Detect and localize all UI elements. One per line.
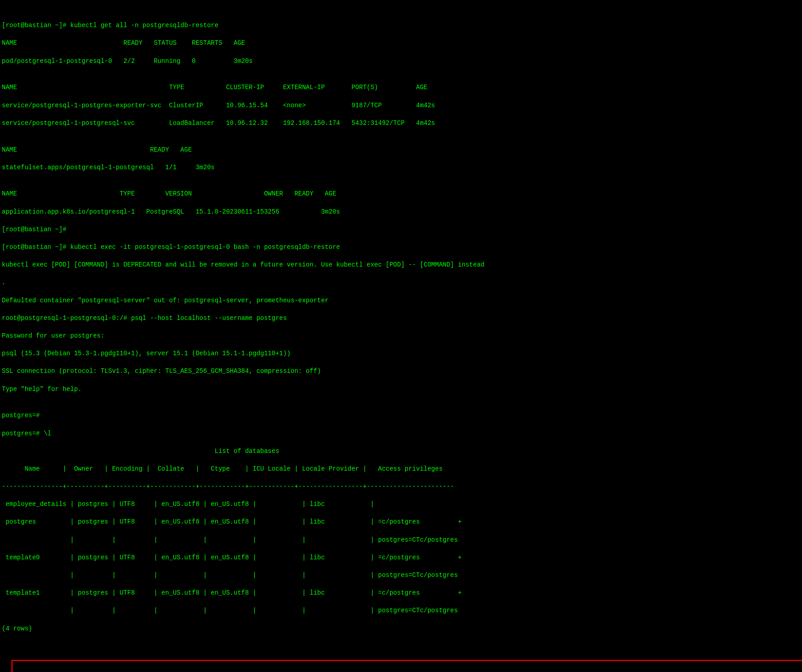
terminal-line: [root@bastian ~]# (2, 225, 800, 234)
terminal-line: | | | | | | | postgres=CTc/postgres (2, 606, 800, 615)
terminal-line (2, 137, 800, 146)
terminal-line: (4 rows) (2, 624, 800, 634)
terminal-output-before: [root@bastian ~]# kubectl get all -n pos… (2, 21, 800, 651)
terminal-line: SSL connection (protocol: TLSv1.3, ciphe… (2, 367, 800, 376)
terminal-line: template1 | postgres | UTF8 | en_US.utf8… (2, 589, 800, 598)
terminal-line: service/postgresql-1-postgres-exporter-s… (2, 101, 800, 110)
terminal-line: NAME TYPE CLUSTER-IP EXTERNAL-IP PORT(S)… (2, 83, 800, 92)
highlighted-block: postgres=# \c employee_details psql (15.… (11, 660, 802, 672)
terminal-line: NAME TYPE VERSION OWNER READY AGE (2, 190, 800, 199)
terminal-window: [root@bastian ~]# kubectl get all -n pos… (0, 0, 802, 672)
terminal-line: ----------------+----------+----------+-… (2, 482, 800, 491)
terminal-line: NAME READY STATUS RESTARTS AGE (2, 39, 800, 48)
terminal-line (2, 403, 800, 412)
terminal-line: employee_details | postgres | UTF8 | en_… (2, 500, 800, 509)
terminal-line: [root@bastian ~]# kubectl get all -n pos… (2, 21, 800, 30)
terminal-line: root@postgresql-1-postgresql-0:/# psql -… (2, 314, 800, 323)
terminal-line: [root@bastian ~]# kubectl exec -it postg… (2, 243, 800, 252)
terminal-line: | | | | | | | postgres=CTc/postgres (2, 571, 800, 580)
terminal-line (2, 181, 800, 190)
terminal-line: psql (15.3 (Debian 15.3-1.pgdg110+1), se… (2, 349, 800, 358)
terminal-line: . (2, 278, 800, 287)
terminal-line: postgres=# (2, 411, 800, 420)
terminal-line: Defaulted container "postgresql-server" … (2, 296, 800, 305)
terminal-line: Name | Owner | Encoding | Collate | Ctyp… (2, 465, 800, 474)
terminal-line: template0 | postgres | UTF8 | en_US.utf8… (2, 553, 800, 562)
terminal-line: Password for user postgres: (2, 332, 800, 341)
terminal-line: List of databases (2, 447, 800, 456)
terminal-line: statefulset.apps/postgresql-1-postgresql… (2, 163, 800, 172)
terminal-line: Type "help" for help. (2, 385, 800, 394)
terminal-line: pod/postgresql-1-postgresql-0 2/2 Runnin… (2, 57, 800, 66)
terminal-line: application.app.k8s.io/postgresql-1 Post… (2, 208, 800, 217)
terminal-line: | | | | | | | postgres=CTc/postgres (2, 536, 800, 545)
terminal-line (2, 642, 800, 651)
terminal-line: postgres=# \l (2, 429, 800, 438)
terminal-line: NAME READY AGE (2, 146, 800, 155)
terminal-line (2, 75, 800, 84)
terminal-line: service/postgresql-1-postgresql-svc Load… (2, 119, 800, 128)
terminal-line: postgres | postgres | UTF8 | en_US.utf8 … (2, 518, 800, 527)
terminal-line: kubectl exec [POD] [COMMAND] is DEPRECAT… (2, 261, 800, 270)
